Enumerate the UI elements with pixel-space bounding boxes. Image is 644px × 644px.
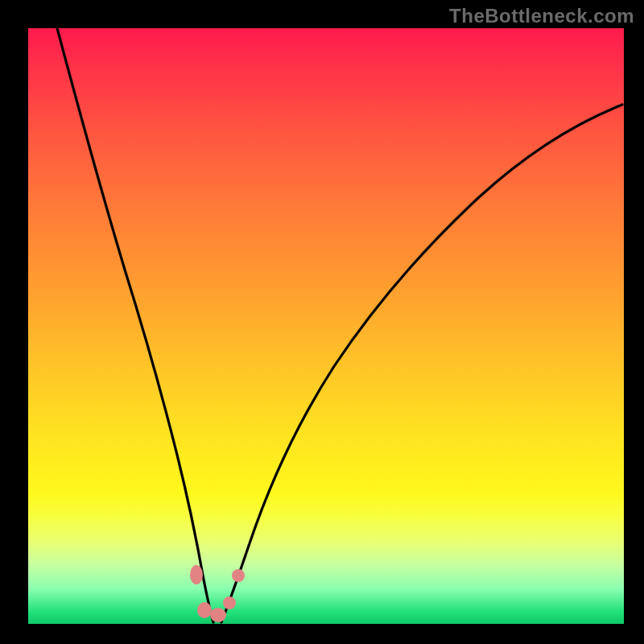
data-marker	[232, 569, 245, 582]
attribution-label: TheBottleneck.com	[449, 5, 634, 27]
right-rise-curve	[221, 105, 622, 622]
curve-layer	[28, 28, 624, 624]
chart-frame: TheBottleneck.com	[0, 0, 644, 644]
data-marker	[210, 608, 226, 622]
left-dip-curve	[57, 28, 213, 622]
data-marker	[190, 565, 203, 584]
data-marker	[223, 597, 236, 609]
data-marker	[197, 602, 212, 618]
plot-area	[28, 28, 624, 624]
